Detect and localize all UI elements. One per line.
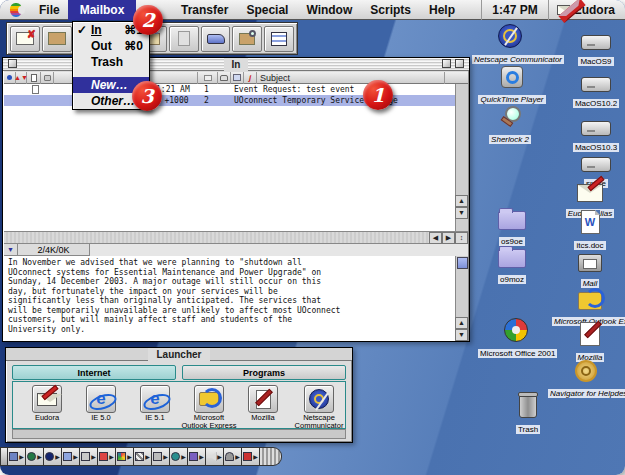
control-strip-module-display[interactable]: ▶ (8, 447, 26, 466)
preview-scroll-down-icon[interactable]: ▼ (455, 329, 468, 341)
control-strip-module-keychain[interactable]: ▶ (80, 447, 98, 466)
eudora-icon (577, 184, 603, 202)
preview-toggle-icon[interactable]: ▼ (4, 244, 18, 256)
message-size: 2 (204, 95, 209, 106)
launcher-scrollbar[interactable] (12, 429, 346, 439)
preview-scrollbar[interactable]: ▲ ▼ (455, 256, 468, 341)
control-strip[interactable]: ▶ ▶ ▶ ▶ ▶ ▶ ▶ ▶ ▶ ▶ ▶ ▶ ▶ ▶ (0, 447, 282, 466)
control-strip-module-monitor-depth[interactable]: ▶ (116, 447, 134, 466)
delete-message-button[interactable]: ✘ (10, 26, 40, 52)
control-strip-module-sound-volume[interactable]: ▶ (206, 447, 224, 466)
control-strip-module-apple-talk[interactable]: ▶ (188, 447, 206, 466)
subject-column-header[interactable]: Subject (257, 72, 445, 84)
magnifier-icon (499, 106, 521, 128)
date-column-header[interactable] (150, 72, 198, 84)
junk-column-icon[interactable]: j (244, 72, 257, 84)
outlook-express-icon (578, 292, 602, 310)
checkmark-icon: ✓ (77, 22, 87, 38)
menu-scripts[interactable]: Scripts (361, 0, 420, 20)
search-button[interactable] (232, 26, 262, 52)
outlook-express-icon (199, 392, 219, 406)
tab-internet[interactable]: Internet (12, 365, 176, 380)
control-strip-module-time[interactable]: ▶ (170, 447, 188, 466)
desktop-icon-o9moz[interactable]: o9moz (474, 242, 550, 288)
apple-menu-icon[interactable] (10, 3, 22, 17)
menu-item-trash[interactable]: Trash (73, 54, 149, 70)
launcher-app-netscape[interactable]: Netscape Communicator (291, 385, 347, 430)
launcher-panel: Eudora e IE 5.0 e IE 5.1 Microsoft Outlo… (12, 381, 346, 429)
control-strip-module-printing[interactable]: ▶ (152, 447, 170, 466)
annotation-badge-2: 2 (133, 5, 163, 35)
pane-splitter-icon[interactable]: ↕ (455, 232, 468, 244)
hard-disk-icon (581, 77, 611, 92)
server-status-column-icon[interactable] (218, 72, 231, 84)
launcher-app-outlook-express[interactable]: Microsoft Outlook Express (181, 385, 237, 430)
mailbox-status-bar: ▼ 2/4K/0K (4, 244, 468, 256)
menu-file[interactable]: File (30, 0, 69, 20)
calendar-button[interactable] (264, 26, 294, 52)
size-column-header[interactable] (198, 72, 218, 84)
quicktime-icon (501, 66, 523, 88)
address-book-button[interactable] (201, 26, 231, 52)
application-menu[interactable]: Eudora (548, 0, 625, 20)
close-box-icon[interactable] (8, 59, 17, 68)
launcher-app-ie50[interactable]: e IE 5.0 (73, 385, 129, 422)
control-strip-module-printer-selector[interactable]: ▶ (98, 447, 116, 466)
hscroll-track[interactable] (4, 232, 429, 243)
control-strip-module-desktop-pattern[interactable]: ▶ (134, 447, 152, 466)
menu-bar-clock[interactable]: 1:47 PM (481, 0, 547, 20)
internet-explorer-icon: e (91, 389, 111, 409)
control-strip-module-file-sharing[interactable]: ▶ (62, 447, 80, 466)
menu-window[interactable]: Window (297, 0, 361, 20)
message-list-scrollbar[interactable]: ▲ ▼ (455, 84, 468, 231)
in-box-button[interactable] (42, 26, 72, 52)
desktop-icon-macos9[interactable]: MacOS9 (558, 24, 625, 70)
scroll-right-icon[interactable]: ▶ (442, 232, 455, 244)
control-strip-module-location[interactable]: ▶ (26, 447, 44, 466)
preview-scroll-thumb[interactable] (457, 257, 468, 269)
desktop-icon-sherlock-2[interactable]: Sherlock 2 (472, 102, 548, 148)
launcher-app-ie51[interactable]: e IE 5.1 (127, 385, 183, 422)
status-bar-spacer (90, 244, 468, 256)
folder-icon (498, 211, 526, 230)
control-strip-module-energy-saver[interactable]: ▶ (44, 447, 62, 466)
control-strip-module-sound-input[interactable]: ▶ (224, 447, 242, 466)
launcher-app-eudora[interactable]: Eudora (19, 385, 75, 422)
mood-column-icon[interactable] (231, 72, 244, 84)
annotation-badge-1: 1 (363, 80, 393, 110)
launcher-titlebar[interactable]: Launcher (6, 348, 352, 361)
mozilla-icon (580, 322, 600, 346)
annotation-badge-3: 3 (132, 81, 162, 111)
control-strip-tab-handle[interactable] (260, 447, 282, 466)
scroll-down-icon[interactable]: ▼ (455, 207, 468, 219)
internet-explorer-icon: e (145, 389, 165, 409)
attachment-column-icon[interactable] (27, 72, 41, 84)
label-column-icon[interactable] (41, 72, 54, 84)
desktop-icon-macos102[interactable]: MacOS10.2 (558, 66, 625, 112)
desktop-icon-trash[interactable]: Trash (490, 392, 566, 438)
netscape-icon (309, 389, 329, 409)
desktop-icon-microsoft-office-2001[interactable]: Microsoft Office 2001 (478, 316, 554, 362)
zoom-box-icon[interactable] (442, 59, 451, 68)
message-list-hscrollbar[interactable]: ◀ ▶ ↕ (4, 231, 468, 244)
tab-programs[interactable]: Programs (182, 365, 346, 380)
paste-button[interactable] (169, 26, 199, 52)
collapse-box-icon[interactable] (455, 59, 464, 68)
menu-separator (73, 70, 149, 77)
scroll-up-icon[interactable]: ▲ (455, 195, 468, 207)
hard-disk-icon (581, 121, 611, 136)
menu-item-out[interactable]: Out ⌘0 (73, 38, 149, 54)
scroll-left-icon[interactable]: ◀ (429, 232, 442, 244)
menu-transfer[interactable]: Transfer (172, 0, 237, 20)
control-strip-module-media-eject[interactable]: ▶ (242, 447, 260, 466)
ship-wheel-icon (575, 360, 597, 382)
message-preview-pane[interactable]: In November we advised that we were plan… (4, 256, 457, 341)
menu-special[interactable]: Special (237, 0, 297, 20)
hard-disk-icon (581, 35, 611, 50)
menu-mailbox-active[interactable]: Mailbox (68, 0, 136, 20)
launcher-window[interactable]: Launcher Internet Programs Eudora e IE 5… (5, 347, 353, 443)
preview-scroll-up-icon[interactable]: ▲ (455, 317, 468, 329)
launcher-app-mozilla[interactable]: Mozilla (235, 385, 291, 422)
priority-column-icon[interactable]: ▲▼ (16, 72, 27, 84)
menu-help[interactable]: Help (420, 0, 464, 20)
